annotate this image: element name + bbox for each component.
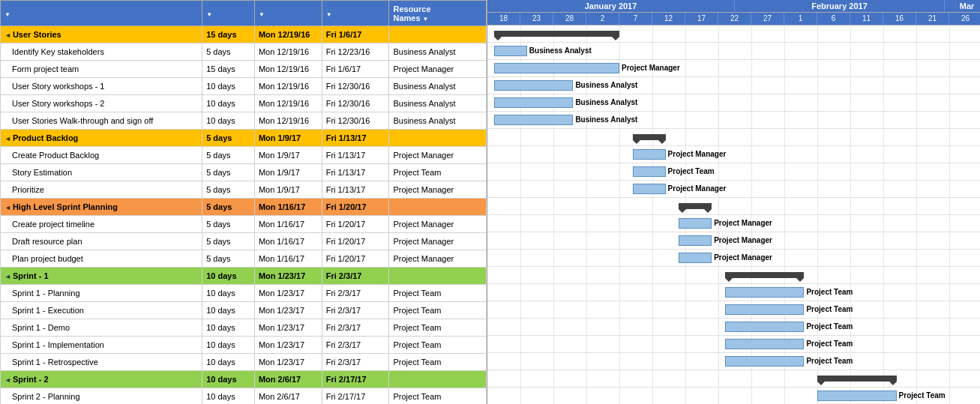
grid-line [487,370,488,387]
grid-line [718,301,719,318]
grid-line [652,267,653,283]
triangle-icon: ◄ [4,135,11,142]
group-finish-product-backlog: Fri 1/13/17 [322,130,389,147]
gantt-group-row [487,129,980,146]
group-duration-product-backlog: 5 days [202,130,255,147]
summary-bar [494,31,619,37]
col-header-start[interactable] [254,1,322,26]
gantt-task-row: Project Team [487,319,980,336]
gantt-task-row: Project Manager [487,250,980,267]
grid-line [916,250,917,266]
grid-line [850,267,851,283]
grid-line [619,146,620,163]
grid-line [916,77,917,94]
grid-line [949,43,950,59]
grid-line [553,267,554,283]
grid-line [718,388,719,404]
grid-line [850,250,851,266]
group-start-user-stories: Mon 12/19/16 [254,26,322,43]
task-start: Mon 1/9/17 [254,164,322,181]
grid-line [751,181,752,197]
grid-line [883,232,884,249]
grid-line [751,198,752,214]
grid-line [949,250,950,266]
grid-line [718,267,719,283]
grid-line [652,388,653,404]
grid-line [784,60,785,76]
grid-line [949,319,950,335]
task-resource: Project Manager [389,181,487,199]
task-row: Sprint 1 - Execution 10 days Mon 1/23/17… [1,302,487,319]
col-header-resource[interactable]: ResourceNames [389,1,487,26]
grid-line [553,370,554,387]
task-bar [725,287,805,298]
grid-line [949,284,950,301]
grid-line [916,215,917,232]
gantt-header: January 2017 February 2017 Mar 182328271… [487,0,980,25]
grid-line [751,388,752,404]
task-start: Mon 1/23/17 [254,319,322,337]
task-start: Mon 1/9/17 [254,147,322,164]
grid-line [586,267,587,283]
grid-line [916,146,917,163]
day-label: 1 [784,13,817,25]
grid-line [850,60,851,76]
col-header-finish[interactable] [322,1,389,26]
grid-line [751,77,752,94]
triangle-icon: ◄ [4,31,11,39]
gantt-task-row: Project Manager [487,60,980,77]
task-resource: Project Manager [389,250,487,268]
bar-label: Project Team [806,340,853,348]
task-name: Create Product Backlog [1,147,202,164]
task-name: Sprint 1 - Demo [1,319,202,337]
grid-line [685,129,686,145]
task-duration: 10 days [202,112,255,130]
summary-bar [725,272,805,278]
grid-line [586,181,587,197]
col-header-duration[interactable] [202,1,255,26]
task-bar [633,149,666,160]
grid-line [916,353,917,370]
grid-line [520,353,521,370]
group-resource-product-backlog [389,130,487,147]
col-header-task[interactable] [1,1,202,26]
group-resource-sprint1 [389,268,487,285]
day-label: 26 [949,13,980,25]
grid-line [817,250,818,266]
task-name: User Story workshops - 2 [1,95,202,112]
task-finish: Fri 2/3/17 [322,319,389,337]
grid-line [619,336,620,352]
grid-line [652,370,653,387]
grid-line [784,198,785,214]
group-finish-sprint1: Fri 2/3/17 [322,268,389,285]
group-finish-high-level: Fri 1/20/17 [322,199,389,216]
task-bar [679,253,712,263]
grid-line [883,336,884,352]
summary-bar [679,203,712,209]
grid-line [487,112,488,128]
day-label: 17 [685,13,718,25]
grid-line [949,215,950,232]
grid-line [850,94,851,111]
grid-line [685,112,686,128]
task-row: User Story workshops - 2 10 days Mon 12/… [1,95,487,112]
task-row: User Story workshops - 1 10 days Mon 12/… [1,78,487,95]
grid-line [487,25,488,42]
grid-line [817,60,818,76]
grid-line [553,181,554,197]
grid-line [487,181,488,197]
task-row: Prioritize 5 days Mon 1/9/17 Fri 1/13/17… [1,181,487,199]
grid-line [586,163,587,180]
group-start-product-backlog: Mon 1/9/17 [254,130,322,147]
grid-line [883,301,884,318]
grid-line [586,319,587,335]
task-name: Sprint 1 - Implementation [1,337,202,354]
month-mar: Mar [945,0,980,12]
gantt-task-row: Project Manager [487,215,980,232]
task-bar [494,80,574,91]
day-label: 23 [520,13,553,25]
bar-label: Project Team [806,288,853,296]
task-duration: 5 days [202,250,255,268]
gantt-task-row: Project Team [487,353,980,370]
group-row-user-stories: ◄User Stories 15 days Mon 12/19/16 Fri 1… [1,26,487,43]
